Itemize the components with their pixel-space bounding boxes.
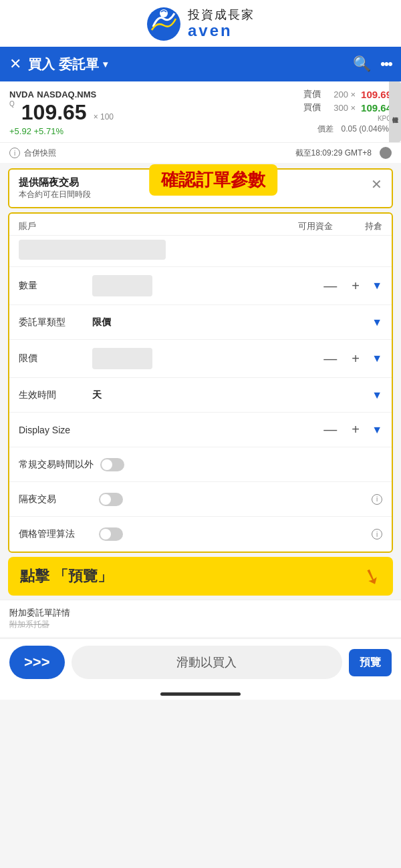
spread-label: 價差 [317,124,333,134]
account-header-row: 賬戶 可用資金 持倉 [9,214,392,236]
bid-price: 109.64 [361,102,392,114]
overnight-toggle[interactable] [99,493,123,506]
overnight-text: 提供隔夜交易 本合約可在日間時段 [19,176,91,200]
price-algo-info-icon[interactable]: i [372,529,382,539]
quantity-minus-button[interactable]: — [321,278,340,294]
quantity-dropdown-icon[interactable]: ▼ [372,280,382,292]
stock-ticker: NVDA [9,89,34,99]
bottom-tooltip-text: 點擊 「預覽」 [20,566,112,586]
bid-size: 300 × [329,103,356,113]
account-value-row [9,236,392,267]
notice-area: 提供隔夜交易 本合約可在日間時段 確認訂單參數 ✕ [8,168,393,208]
quantity-plus-button[interactable]: + [346,278,365,294]
stock-q-badge: Q [9,100,15,107]
validity-label: 生效時間 [19,389,92,401]
quantity-label: 數量 [19,280,92,292]
overnight-close-button[interactable]: ✕ [371,176,382,192]
order-type-dropdown-icon[interactable]: ▼ [372,316,382,329]
overnight-label: 隔夜交易 [19,493,92,505]
toolbar-actions: 🔍 ••• [353,55,392,73]
display-size-dropdown-icon[interactable]: ▼ [372,424,382,436]
stock-exchange: NASDAQ.NMS [37,89,96,99]
ask-label: 賣價 [303,88,323,100]
title-dropdown-icon[interactable]: ▾ [103,59,108,69]
close-button[interactable]: ✕ [9,55,21,73]
callout-text: 確認訂單參數 [161,170,265,190]
account-col3-label: 持倉 [342,220,382,232]
account-input-box[interactable] [19,240,166,260]
quantity-input[interactable] [92,275,152,296]
logo-cn: 投資成長家 [188,9,255,22]
order-type-label: 委託單類型 [19,316,92,329]
overnight-notice: 提供隔夜交易 本合約可在日間時段 確認訂單參數 ✕ [8,168,393,208]
validity-dropdown-icon[interactable]: ▼ [372,389,382,401]
limit-price-stepper: — + ▼ [321,351,382,367]
limit-price-plus-button[interactable]: + [346,351,365,367]
limit-price-input[interactable] [92,348,152,369]
price-algo-toggle[interactable] [99,527,123,541]
more-icon[interactable]: ••• [380,55,392,73]
limit-price-minus-button[interactable]: — [321,351,340,367]
slide-area[interactable]: 滑動以買入 [72,646,342,679]
slide-button[interactable]: >>> [9,646,65,679]
stock-info-section: NVDA NASDAQ.NMS Q 109.65 × 100 +5.92 +5.… [0,81,401,142]
outside-hours-toggle[interactable] [100,458,124,471]
action-bar: >>> 滑動以買入 預覽 [0,638,401,686]
stock-name-row: NVDA NASDAQ.NMS [9,88,258,100]
arrow-icon: ➘ [359,562,384,592]
order-type-dropdown: ▼ [372,316,382,329]
attach-label: 附加委託單詳情 [9,607,392,619]
display-size-label: Display Size [19,425,92,435]
validity-value: 天 [92,389,102,401]
stock-left: NVDA NASDAQ.NMS Q 109.65 × 100 +5.92 +5.… [9,88,258,137]
toolbar: ✕ 買入 委託單 ▾ 🔍 ••• [0,47,401,81]
right-side-labels: 極速報價行情 [389,81,401,142]
account-col2-label: 可用資金 [289,220,342,232]
quantity-row: 數量 — + ▼ [9,267,392,305]
display-size-row: Display Size — + ▼ [9,413,392,447]
logo-text: 投資成長家 aven [188,9,255,39]
preview-button[interactable]: 預覽 [349,649,392,676]
order-form: 賬戶 可用資金 持倉 數量 — + ▼ 委託單類型 限價 ▼ 限價 — + ▼ [8,212,393,553]
home-bar [160,692,241,696]
bid-row: 買價 300 × 109.64 [258,101,392,114]
stock-change: +5.92 +5.71% [9,126,63,136]
logo-en: aven [188,22,255,39]
validity-row: 生效時間 天 ▼ [9,378,392,413]
price-algo-row: 價格管理算法 i [9,517,392,552]
info-circle-icon: i [9,148,20,158]
time-label: 截至18:09:29 GMT+8 [295,148,372,159]
kpq-label: KPQ [258,115,392,122]
quantity-stepper: — + ▼ [321,278,382,294]
price-algo-label: 價格管理算法 [19,528,92,540]
logo-icon [146,7,181,41]
overnight-desc: 本合約可在日間時段 [19,189,91,200]
spread-row: 價差 0.05 (0.046%) [258,124,392,135]
display-size-stepper: — + ▼ [321,422,382,437]
search-icon[interactable]: 🔍 [353,55,371,73]
outside-hours-label: 常規交易時間以外 [19,459,94,471]
account-col1-label: 賬戶 [19,220,289,232]
stock-price: 109.65 [21,100,87,125]
validity-dropdown: ▼ [372,389,382,401]
bid-label: 買價 [303,101,323,114]
attach-strikethrough: 附加系托器 [9,619,392,630]
outside-hours-row: 常規交易時間以外 [9,447,392,482]
order-type-value: 限價 [92,316,111,329]
limit-price-label: 限價 [19,353,92,365]
stock-multiplier: × 100 [94,112,114,122]
toggle-small[interactable] [380,147,392,159]
callout-box: 確認訂單參數 [149,164,277,196]
bottom-tooltip-box: 點擊 「預覽」 ➘ [8,557,393,596]
overnight-row: 隔夜交易 i [9,482,392,517]
order-type-row: 委託單類型 限價 ▼ [9,305,392,340]
order-title-label: 買入 委託單 [28,55,99,73]
display-size-plus-button[interactable]: + [346,422,365,437]
spread-value: 0.05 (0.046%) [342,124,392,134]
display-size-minus-button[interactable]: — [321,422,340,437]
toolbar-title: 買入 委託單 ▾ [28,55,346,73]
logo-bar: 投資成長家 aven [0,0,401,47]
overnight-info-icon[interactable]: i [372,494,382,505]
limit-price-dropdown-icon[interactable]: ▼ [372,353,382,365]
ask-price: 109.69 [361,89,392,100]
